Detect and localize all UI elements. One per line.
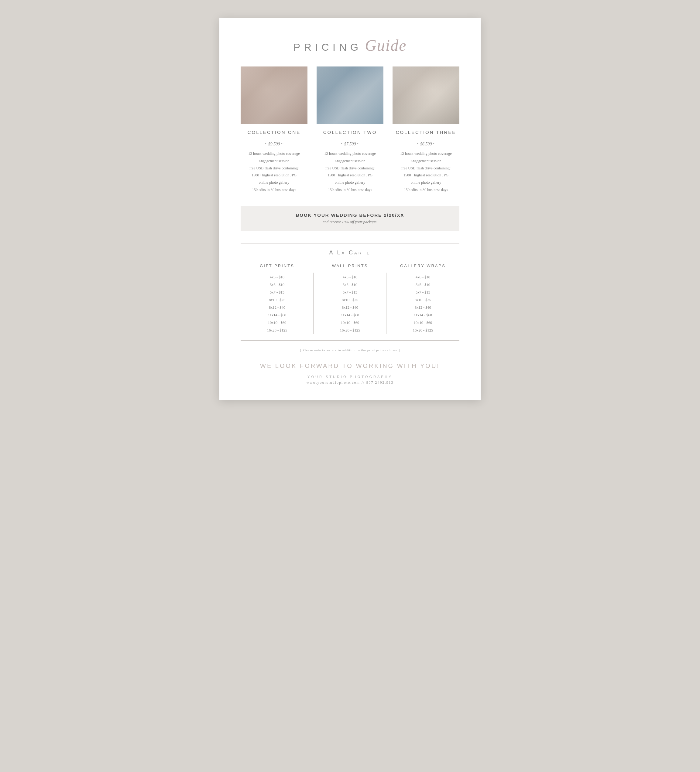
- gift-prints-list: 4x6 - $10 5x5 - $10 5x7 - $15 8x10 - $25…: [247, 273, 307, 334]
- list-item: 150 edits in 30 business days: [241, 186, 307, 194]
- list-item: 150 edits in 30 business days: [393, 186, 459, 194]
- collection-two-photo: [316, 67, 384, 124]
- list-item: Engagement session: [241, 157, 307, 165]
- list-item: 8x10 - $25: [247, 296, 307, 304]
- list-item: free USB flash drive containing:: [241, 165, 307, 172]
- list-item: 16x20 - $125: [247, 327, 307, 334]
- list-item: 8x10 - $25: [393, 296, 453, 304]
- tax-note: [ Please note taxes are in addition to t…: [241, 348, 459, 352]
- wall-prints-column: Wall Prints 4x6 - $10 5x5 - $10 5x7 - $1…: [313, 263, 387, 334]
- list-item: 8x12 - $40: [320, 304, 380, 311]
- gift-prints-column: Gift Prints 4x6 - $10 5x5 - $10 5x7 - $1…: [241, 263, 313, 334]
- list-item: 16x20 - $125: [320, 327, 380, 334]
- list-item: online photo gallery: [241, 179, 307, 186]
- collection-three-details: 12 hours wedding photo coverage Engageme…: [393, 150, 459, 194]
- footer: WE LOOK FORWARD TO WORKING WITH YOU! YOU…: [241, 363, 459, 385]
- collection-one: Collection One ~ $9,500 ~ 12 hours weddi…: [241, 67, 307, 194]
- alacarte-columns: Gift Prints 4x6 - $10 5x5 - $10 5x7 - $1…: [241, 263, 459, 334]
- header-title: PRICING Guide: [293, 36, 407, 54]
- collection-one-name: Collection One: [241, 130, 307, 138]
- list-item: 12 hours wedding photo coverage: [316, 150, 384, 157]
- gift-prints-title: Gift Prints: [247, 263, 307, 268]
- collection-three-price: ~ $6,500 ~: [393, 142, 459, 147]
- list-item: 5x5 - $10: [247, 281, 307, 289]
- collection-two-price: ~ $7,500 ~: [316, 142, 384, 147]
- list-item: 8x12 - $40: [393, 304, 453, 311]
- collection-two: Collection Two ~ $7,500 ~ 12 hours weddi…: [316, 67, 384, 194]
- collection-one-details: 12 hours wedding photo coverage Engageme…: [241, 150, 307, 194]
- pricing-guide-page: PRICING Guide Collection One ~ $9,500 ~ …: [220, 18, 480, 400]
- list-item: free USB flash drive containing:: [316, 165, 384, 172]
- wall-prints-title: Wall Prints: [320, 263, 380, 268]
- list-item: 12 hours wedding photo coverage: [241, 150, 307, 157]
- list-item: 8x10 - $25: [320, 296, 380, 304]
- collection-three: Collection Three ~ $6,500 ~ 12 hours wed…: [393, 67, 459, 194]
- list-item: 11x14 - $60: [247, 311, 307, 319]
- list-item: online photo gallery: [393, 179, 459, 186]
- gallery-wraps-column: Gallery Wraps 4x6 - $10 5x5 - $10 5x7 - …: [387, 263, 459, 334]
- list-item: 5x7 - $15: [393, 289, 453, 296]
- footer-tagline: WE LOOK FORWARD TO WORKING WITH YOU!: [241, 363, 459, 370]
- list-item: 8x12 - $40: [247, 304, 307, 311]
- guide-label: Guide: [365, 36, 407, 54]
- promo-sub-text: and receive 10% off your package.: [247, 219, 453, 224]
- list-item: free USB flash drive containing:: [393, 165, 459, 172]
- list-item: 4x6 - $10: [320, 273, 380, 281]
- list-item: 5x7 - $15: [320, 289, 380, 296]
- list-item: 5x5 - $10: [320, 281, 380, 289]
- collection-two-details: 12 hours wedding photo coverage Engageme…: [316, 150, 384, 194]
- list-item: online photo gallery: [316, 179, 384, 186]
- list-item: 1500+ highest resolution JPG: [316, 172, 384, 179]
- wall-prints-list: 4x6 - $10 5x5 - $10 5x7 - $15 8x10 - $25…: [320, 273, 380, 334]
- list-item: 10x10 - $60: [393, 319, 453, 327]
- page-header: PRICING Guide: [241, 36, 459, 54]
- list-item: 11x14 - $60: [393, 311, 453, 319]
- gallery-wraps-list: 4x6 - $10 5x5 - $10 5x7 - $15 8x10 - $25…: [393, 273, 453, 334]
- list-item: 16x20 - $125: [393, 327, 453, 334]
- pricing-label: PRICING: [293, 41, 362, 53]
- promo-main-text: BOOK YOUR WEDDING BEFORE 2/20/XX: [247, 213, 453, 218]
- studio-contact: www.yourstudiophoto.com // 807.2492.913: [241, 380, 459, 385]
- list-item: 150 edits in 30 business days: [316, 186, 384, 194]
- list-item: 10x10 - $60: [247, 319, 307, 327]
- promo-banner: BOOK YOUR WEDDING BEFORE 2/20/XX and rec…: [241, 206, 459, 231]
- list-item: 11x14 - $60: [320, 311, 380, 319]
- list-item: 5x5 - $10: [393, 281, 453, 289]
- alacarte-section: A La Carte Gift Prints 4x6 - $10 5x5 - $…: [241, 243, 459, 340]
- collection-one-price: ~ $9,500 ~: [241, 142, 307, 147]
- list-item: 1500+ highest resolution JPG: [241, 172, 307, 179]
- list-item: Engagement session: [316, 157, 384, 165]
- alacarte-title: A La Carte: [241, 250, 459, 256]
- list-item: Engagement session: [393, 157, 459, 165]
- list-item: 1500+ highest resolution JPG: [393, 172, 459, 179]
- list-item: 10x10 - $60: [320, 319, 380, 327]
- collection-three-photo: [393, 67, 459, 124]
- gallery-wraps-title: Gallery Wraps: [393, 263, 453, 268]
- collection-two-name: Collection Two: [316, 130, 384, 138]
- collection-one-photo: [241, 67, 307, 124]
- collection-three-name: Collection Three: [393, 130, 459, 138]
- list-item: 4x6 - $10: [393, 273, 453, 281]
- collections-grid: Collection One ~ $9,500 ~ 12 hours weddi…: [241, 67, 459, 194]
- studio-name: YOUR STUDIO PHOTOGRAPHY: [241, 375, 459, 379]
- list-item: 5x7 - $15: [247, 289, 307, 296]
- list-item: 4x6 - $10: [247, 273, 307, 281]
- list-item: 12 hours wedding photo coverage: [393, 150, 459, 157]
